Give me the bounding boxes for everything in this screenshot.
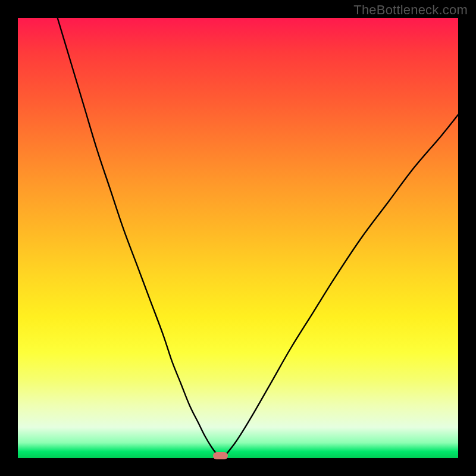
curve-right-branch (225, 115, 458, 456)
curve-svg (18, 18, 458, 458)
min-marker (213, 452, 228, 459)
chart-frame: TheBottleneck.com (0, 0, 476, 476)
curve-left-branch (58, 18, 218, 456)
plot-area (18, 18, 458, 458)
watermark-text: TheBottleneck.com (353, 2, 468, 18)
